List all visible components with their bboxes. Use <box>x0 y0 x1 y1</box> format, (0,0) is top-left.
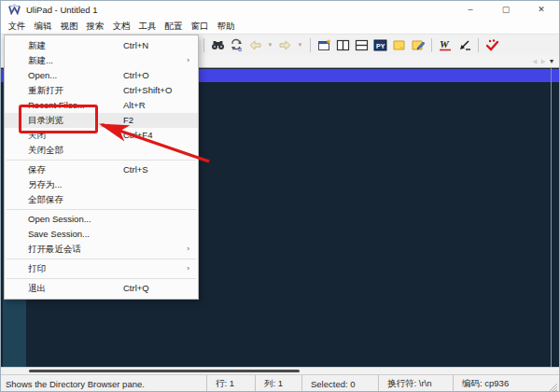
menu-item-open-session[interactable]: Open Session... <box>5 212 198 227</box>
window-title: UliPad - Untitled 1 <box>26 5 98 15</box>
statusbar-eol-indicator: 换行符: \r\n <box>378 375 453 392</box>
statusbar-line-indicator: 行: 1 <box>206 375 255 392</box>
minimize-button[interactable]: – <box>453 1 488 18</box>
toolbar-separator <box>203 38 204 52</box>
toolbar-separator <box>478 38 479 52</box>
menubar-item-search[interactable]: 搜索 <box>82 18 108 34</box>
submenu-arrow-icon: › <box>187 261 189 276</box>
tab-list-icon[interactable]: ▾ <box>550 55 553 67</box>
forward-dropdown-icon[interactable]: ▼ <box>296 37 304 53</box>
forward-icon[interactable] <box>277 37 293 53</box>
menu-item-label: 另存为... <box>28 179 62 189</box>
edit-note-icon[interactable] <box>410 37 426 53</box>
menu-separator <box>7 259 196 259</box>
svg-text:B: B <box>238 47 242 52</box>
find-icon[interactable] <box>210 37 226 53</box>
maximize-button[interactable]: ▢ <box>488 1 524 18</box>
menubar-item-window[interactable]: 窗口 <box>187 18 213 34</box>
menu-item-save-session[interactable]: Save Session... <box>5 227 198 242</box>
menubar-item-settings[interactable]: 配置 <box>161 18 187 34</box>
replace-icon[interactable]: B <box>229 37 245 53</box>
ulipad-window: UliPad - Untitled 1 – ▢ ✕ 文件编辑视图搜索文档工具配置… <box>0 0 560 392</box>
menu-item-label: Open... <box>28 70 57 80</box>
statusbar: Shows the Directory Browser pane. 行: 1列:… <box>1 374 559 392</box>
horizontal-scrollbar[interactable] <box>1 367 559 374</box>
svg-text:W: W <box>440 38 450 49</box>
menu-item-label: 保存 <box>28 164 46 175</box>
menu-item-shortcut: F2 <box>123 113 133 128</box>
menubar-item-file[interactable]: 文件 <box>4 18 30 34</box>
editor-edge-line <box>551 68 552 367</box>
menu-item-shortcut: Alt+R <box>123 98 146 113</box>
close-button[interactable]: ✕ <box>524 1 559 18</box>
toolbar-separator <box>310 38 311 52</box>
menu-item-reopen[interactable]: 重新打开Ctrl+Shift+O <box>5 83 198 98</box>
menubar-item-view[interactable]: 视图 <box>56 18 82 34</box>
prev-tab-icon[interactable]: ◃ <box>533 55 537 67</box>
menu-item-label: Save Session... <box>28 229 90 239</box>
horizontal-scrollbar-thumb[interactable] <box>29 370 300 372</box>
submenu-arrow-icon: › <box>187 53 189 68</box>
app-logo-icon <box>8 4 21 15</box>
statusbar-column-indicator: 列: 1 <box>255 375 301 392</box>
menu-item-label: 打印 <box>28 263 46 273</box>
frame-window-icon[interactable] <box>316 37 332 53</box>
menubar: 文件编辑视图搜索文档工具配置窗口帮助 <box>1 18 559 34</box>
titlebar: UliPad - Untitled 1 – ▢ ✕ <box>1 1 559 18</box>
menu-item-close-all[interactable]: 关闭全部 <box>5 143 198 158</box>
menu-item-label: 新建... <box>28 55 53 65</box>
menubar-item-tools[interactable]: 工具 <box>134 18 161 34</box>
menu-item-label: 打开最近会话 <box>28 244 81 254</box>
menu-item-open-recent-session[interactable]: 打开最近会话› <box>5 242 198 257</box>
split-vertical-icon[interactable] <box>335 37 351 53</box>
menu-item-shortcut: Ctrl+S <box>123 162 148 177</box>
spell-check-icon[interactable] <box>484 37 500 53</box>
menu-separator <box>7 278 196 279</box>
resize-grip[interactable] <box>545 375 559 392</box>
menu-item-label: 新建 <box>28 40 46 50</box>
next-tab-icon[interactable]: ▹ <box>541 55 545 67</box>
menu-item-new[interactable]: 新建Ctrl+N <box>5 38 198 53</box>
menu-item-label: 全部保存 <box>28 194 63 204</box>
goto-line-icon[interactable] <box>456 37 472 53</box>
menu-item-save[interactable]: 保存Ctrl+S <box>5 162 198 177</box>
word-wrap-icon[interactable]: W <box>438 37 454 53</box>
menu-item-shortcut: Ctrl+N <box>123 38 148 53</box>
note-icon[interactable] <box>391 37 407 53</box>
menu-item-shortcut: Ctrl+O <box>123 68 149 83</box>
menu-item-new-from-template[interactable]: 新建...› <box>5 53 198 68</box>
menu-separator <box>7 160 196 161</box>
svg-text:PY: PY <box>376 42 385 49</box>
menu-item-exit[interactable]: 退出Ctrl+Q <box>5 281 198 296</box>
menu-item-label: 退出 <box>28 283 46 293</box>
menu-item-shortcut: Ctrl+Shift+O <box>123 83 172 98</box>
python-shell-icon[interactable]: PY <box>372 37 388 53</box>
menubar-item-help[interactable]: 帮助 <box>213 18 239 34</box>
menu-item-shortcut: Ctrl+Q <box>123 281 149 296</box>
statusbar-encoding-indicator: 编码: cp936 <box>453 375 545 392</box>
back-dropdown-icon[interactable]: ▼ <box>266 37 274 53</box>
toolbar-separator <box>431 38 432 52</box>
menu-separator <box>7 209 196 210</box>
menu-item-label: 关闭全部 <box>28 145 63 155</box>
menubar-item-document[interactable]: 文档 <box>108 18 134 34</box>
menu-item-label: Open Session... <box>28 214 91 224</box>
back-icon[interactable] <box>247 37 263 53</box>
menubar-item-edit[interactable]: 编辑 <box>30 18 56 34</box>
statusbar-message: Shows the Directory Browser pane. <box>1 379 206 389</box>
menu-item-label: 重新打开 <box>28 85 63 95</box>
statusbar-selected-indicator: Selected: 0 <box>301 375 378 392</box>
menu-item-open[interactable]: Open...Ctrl+O <box>5 68 198 83</box>
menu-item-print[interactable]: 打印› <box>5 261 198 276</box>
menu-item-shortcut: Ctrl+F4 <box>123 128 152 143</box>
annotation-highlight-box <box>19 105 98 133</box>
file-menu: 新建Ctrl+N新建...›Open...Ctrl+O重新打开Ctrl+Shif… <box>4 35 199 300</box>
menu-item-save-all[interactable]: 全部保存 <box>5 192 198 207</box>
menu-item-save-as[interactable]: 另存为... <box>5 177 198 192</box>
split-horizontal-icon[interactable] <box>354 37 370 53</box>
submenu-arrow-icon: › <box>187 242 189 257</box>
